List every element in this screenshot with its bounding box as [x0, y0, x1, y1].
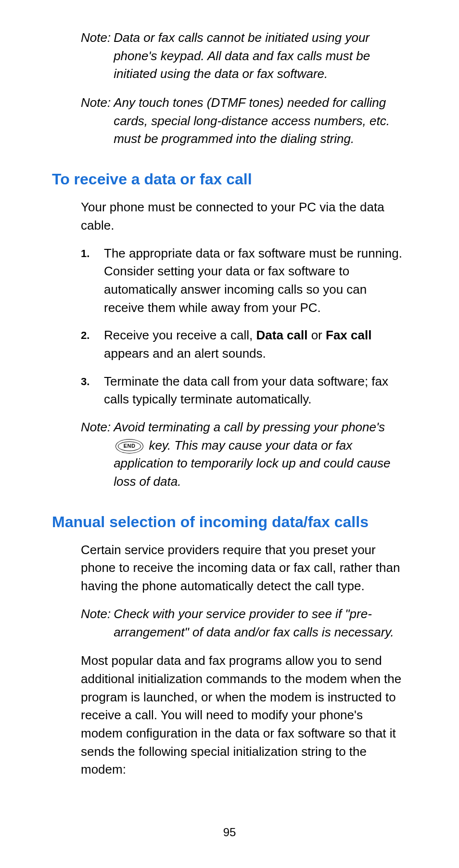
bold-text: Data call: [256, 328, 307, 342]
note-text: Any touch tones (DTMF tones) needed for …: [114, 94, 407, 148]
note-block: Note: Check with your service provider t…: [81, 605, 407, 641]
end-key-icon: END: [115, 439, 143, 453]
text-span: key. This may cause your data or fax app…: [114, 438, 390, 489]
list-text: Terminate the data call from your data s…: [104, 373, 407, 409]
end-key-label: END: [116, 442, 143, 450]
note-label: Note:: [81, 29, 114, 83]
text-span: appears and an alert sounds.: [104, 346, 266, 361]
list-number: 1.: [81, 245, 104, 317]
list-number: 2.: [81, 326, 104, 363]
document-page: Note: Data or fax calls cannot be initia…: [0, 0, 459, 868]
list-text: The appropriate data or fax software mus…: [104, 245, 407, 317]
text-span: Receive you receive a call,: [104, 328, 256, 342]
note-block: Note: Any touch tones (DTMF tones) neede…: [81, 94, 407, 148]
note-text: Avoid terminating a call by pressing you…: [114, 418, 407, 491]
section-heading-receive: To receive a data or fax call: [52, 169, 407, 189]
section-heading-manual: Manual selection of incoming data/fax ca…: [52, 512, 407, 531]
list-item: 1. The appropriate data or fax software …: [81, 245, 407, 317]
note-label: Note:: [81, 605, 114, 641]
list-item: 2. Receive you receive a call, Data call…: [81, 326, 407, 363]
paragraph: Most popular data and fax programs allow…: [81, 652, 407, 779]
intro-paragraph: Your phone must be connected to your PC …: [81, 198, 407, 234]
note-label: Note:: [81, 418, 114, 491]
text-span: Avoid terminating a call by pressing you…: [114, 420, 385, 434]
bold-text: Fax call: [326, 328, 371, 342]
note-label: Note:: [81, 94, 114, 148]
paragraph: Certain service providers require that y…: [81, 541, 407, 596]
list-text: Receive you receive a call, Data call or…: [104, 326, 407, 363]
note-text: Check with your service provider to see …: [114, 605, 407, 641]
note-text: Data or fax calls cannot be initiated us…: [114, 29, 407, 83]
page-number: 95: [0, 826, 459, 839]
text-span: or: [307, 328, 326, 342]
note-block: Note: Avoid terminating a call by pressi…: [81, 418, 407, 491]
list-number: 3.: [81, 373, 104, 409]
list-item: 3. Terminate the data call from your dat…: [81, 373, 407, 409]
note-block: Note: Data or fax calls cannot be initia…: [81, 29, 407, 83]
